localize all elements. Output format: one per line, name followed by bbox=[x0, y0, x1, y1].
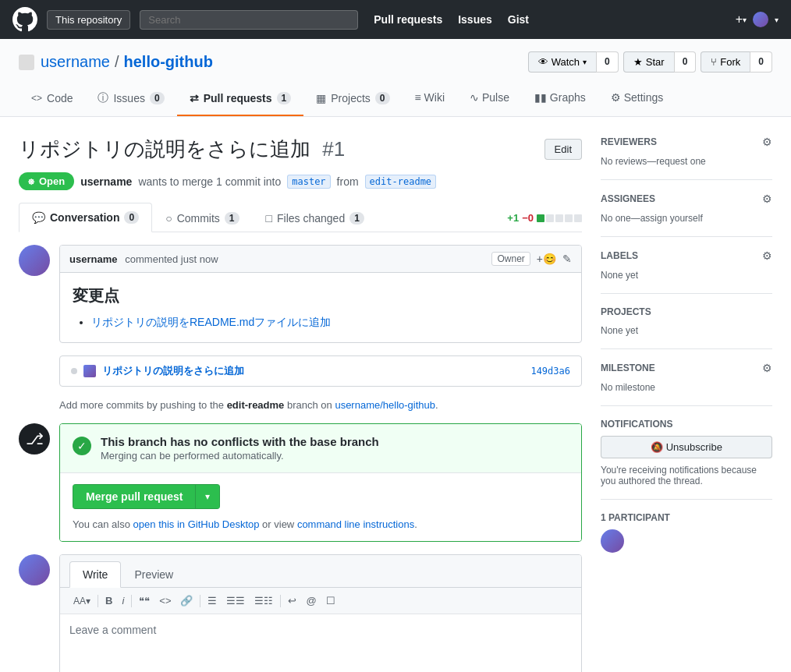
pr-tab-bar: 💬 Conversation 0 ○ Commits 1 □ Files cha… bbox=[19, 203, 582, 232]
fork-count[interactable]: 0 bbox=[750, 51, 772, 73]
pr-meta: ⎈ Open username wants to merge 1 commit … bbox=[19, 172, 582, 190]
fork-icon: ⑂ bbox=[711, 56, 717, 68]
search-input[interactable] bbox=[140, 10, 358, 30]
commit-row: リポジトリの説明をさらに追加 149d3a6 bbox=[59, 355, 582, 387]
pr-tab-files[interactable]: □ Files changed 1 bbox=[253, 203, 378, 232]
github-logo[interactable] bbox=[12, 7, 37, 32]
merge-check-icon: ✓ bbox=[73, 437, 91, 455]
commit-message-link[interactable]: リポジトリの説明をさらに追加 bbox=[102, 364, 244, 378]
toolbar-attach-btn[interactable]: ☐ bbox=[322, 592, 339, 609]
fork-button[interactable]: ⑂ Fork bbox=[701, 51, 750, 73]
push-repo-link[interactable]: username/hello-github bbox=[335, 399, 435, 411]
pr-tab-commits[interactable]: ○ Commits 1 bbox=[152, 203, 252, 232]
this-repository-btn[interactable]: This repository bbox=[47, 10, 130, 30]
assignees-empty-text: No one—assign yourself bbox=[601, 213, 703, 224]
participant-avatar[interactable] bbox=[601, 529, 624, 553]
unsubscribe-button[interactable]: 🔕 Unsubscribe bbox=[601, 436, 772, 458]
write-toolbar: AA▾ B i ❝❝ <> 🔗 ☰ ☰☰ ☰☷ ↩ @ ☐ bbox=[60, 588, 581, 614]
nav-caret: ▾ bbox=[775, 16, 779, 24]
star-count[interactable]: 0 bbox=[674, 51, 697, 73]
merge-subtitle: Merging can be performed automatically. bbox=[101, 450, 379, 462]
tab-projects[interactable]: ▦Projects 0 bbox=[303, 82, 402, 116]
comment-body: 変更点 リポジトリの説明をREADME.mdファイルに追加 bbox=[60, 273, 581, 342]
write-tab-write[interactable]: Write bbox=[69, 561, 121, 588]
nav-pull-requests[interactable]: Pull requests bbox=[374, 13, 442, 26]
tab-code[interactable]: <>Code bbox=[19, 82, 85, 116]
pr-tab-conversation[interactable]: 💬 Conversation 0 bbox=[19, 203, 152, 232]
watch-count[interactable]: 0 bbox=[596, 51, 619, 73]
toolbar-reply-btn[interactable]: ↩ bbox=[284, 592, 300, 609]
merge-actions: Merge pull request ▾ You can also open t… bbox=[60, 472, 581, 541]
commit-sha[interactable]: 149d3a6 bbox=[530, 366, 570, 377]
merge-dropdown-button[interactable]: ▾ bbox=[195, 484, 220, 509]
milestone-title: Milestone bbox=[601, 363, 655, 373]
tab-issues[interactable]: ⓘIssues 0 bbox=[85, 82, 176, 116]
tab-pull-requests[interactable]: ⇄Pull requests 1 bbox=[177, 82, 304, 116]
pulse-icon: ∿ bbox=[470, 91, 479, 104]
assignees-gear-icon[interactable]: ⚙ bbox=[762, 193, 772, 205]
commit-dot-icon bbox=[71, 368, 77, 374]
repo-owner-link[interactable]: username bbox=[41, 53, 110, 71]
merge-pull-request-button[interactable]: Merge pull request bbox=[73, 484, 195, 509]
write-area[interactable]: Leave a comment bbox=[60, 614, 581, 672]
merge-box: ✓ This branch has no conflicts with the … bbox=[59, 423, 582, 542]
command-line-link[interactable]: command line instructions bbox=[297, 518, 414, 530]
labels-gear-icon[interactable]: ⚙ bbox=[762, 249, 772, 262]
star-button[interactable]: ★ Star bbox=[623, 51, 674, 73]
diff-del-stat: −0 bbox=[522, 212, 534, 224]
tab-graphs[interactable]: ▮▮ Graphs bbox=[522, 82, 598, 116]
comment-link[interactable]: リポジトリの説明をREADME.mdファイルに追加 bbox=[91, 316, 331, 328]
watch-caret: ▾ bbox=[583, 58, 587, 66]
edit-comment-button[interactable]: ✎ bbox=[562, 253, 572, 265]
milestone-gear-icon[interactable]: ⚙ bbox=[762, 362, 772, 374]
owner-avatar bbox=[19, 55, 34, 70]
new-item-button[interactable]: + ▾ bbox=[736, 12, 747, 27]
merge-title: This branch has no conflicts with the ba… bbox=[101, 435, 379, 448]
toolbar-bold-btn[interactable]: B bbox=[101, 592, 116, 609]
comment-author-name[interactable]: username bbox=[69, 253, 117, 265]
labels-title: Labels bbox=[601, 250, 638, 261]
write-box: Write Preview AA▾ B i ❝❝ <> 🔗 ☰ ☰☰ ☰☷ bbox=[59, 554, 582, 672]
nav-gist[interactable]: Gist bbox=[508, 13, 529, 26]
repo-name-link[interactable]: hello-github bbox=[124, 53, 213, 71]
toolbar-mention-btn[interactable]: @ bbox=[302, 592, 320, 609]
open-github-desktop-link[interactable]: open this in GitHub Desktop bbox=[133, 518, 260, 530]
sidebar-milestone: Milestone ⚙ No milestone bbox=[601, 362, 772, 406]
graphs-icon: ▮▮ bbox=[534, 91, 547, 104]
add-reaction-button[interactable]: +😊 bbox=[537, 253, 556, 265]
wiki-icon: ≡ bbox=[415, 91, 421, 104]
reviewers-empty-text: No reviews—request one bbox=[601, 156, 706, 167]
tab-settings[interactable]: ⚙ Settings bbox=[598, 82, 676, 116]
push-branch-name: edit-readme bbox=[227, 399, 285, 411]
user-avatar[interactable] bbox=[753, 12, 768, 27]
comment-thread: username commented just now Owner +😊 ✎ 変… bbox=[19, 245, 582, 343]
tab-wiki[interactable]: ≡ Wiki bbox=[403, 82, 458, 116]
toolbar-task-btn[interactable]: ☰☷ bbox=[250, 592, 277, 609]
pr-right-sidebar: Reviewers ⚙ No reviews—request one Assig… bbox=[601, 136, 772, 672]
toolbar-link-btn[interactable]: 🔗 bbox=[176, 592, 197, 609]
comment-box: username commented just now Owner +😊 ✎ 変… bbox=[59, 245, 582, 343]
projects-sidebar-title: Projects bbox=[601, 306, 651, 317]
edit-button[interactable]: Edit bbox=[544, 139, 582, 160]
issues-count: 0 bbox=[150, 92, 165, 104]
watch-button[interactable]: 👁 Watch ▾ bbox=[528, 51, 596, 73]
toolbar-ol-btn[interactable]: ☰☰ bbox=[222, 592, 249, 609]
repo-tab-list: <>Code ⓘIssues 0 ⇄Pull requests 1 ▦Proje… bbox=[19, 82, 772, 116]
tab-pulse[interactable]: ∿ Pulse bbox=[457, 82, 522, 116]
toolbar-italic-btn[interactable]: i bbox=[118, 592, 128, 609]
toolbar-quote-btn[interactable]: ❝❝ bbox=[135, 592, 154, 609]
merge-note: You can also open this in GitHub Desktop… bbox=[73, 518, 417, 530]
pr-open-icon: ⎈ bbox=[28, 175, 34, 187]
comment-header-left: username commented just now bbox=[69, 253, 218, 265]
toolbar-code-btn[interactable]: <> bbox=[155, 592, 175, 609]
toolbar-text-size-btn[interactable]: AA▾ bbox=[69, 593, 94, 609]
toolbar-ul-btn[interactable]: ☰ bbox=[204, 592, 221, 609]
base-branch-tag[interactable]: master bbox=[287, 175, 330, 189]
head-branch-tag[interactable]: edit-readme bbox=[365, 175, 436, 189]
write-tab-preview[interactable]: Preview bbox=[121, 561, 186, 588]
diff-bars bbox=[537, 214, 582, 222]
pr-count: 1 bbox=[277, 92, 292, 104]
reviewers-gear-icon[interactable]: ⚙ bbox=[762, 136, 772, 148]
conversation-count: 0 bbox=[124, 211, 139, 224]
nav-issues[interactable]: Issues bbox=[458, 13, 492, 26]
